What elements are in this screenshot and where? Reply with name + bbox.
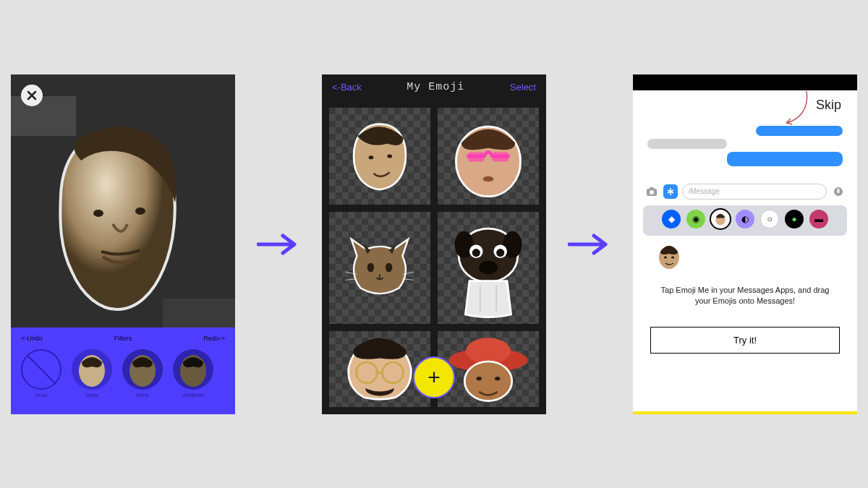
svg-rect-11 [468,152,484,161]
screen-instructions: Skip iMessage ◆ ◉ ◐ ○ ● ▬ Tap Emoj [633,74,857,414]
app-dropbox-icon[interactable]: ◆ [662,210,681,228]
filter-thumbnails [17,349,229,390]
try-button[interactable]: Try it! [650,327,840,354]
undo-button[interactable]: <-Undo [21,335,43,342]
svg-point-38 [664,256,667,258]
svg-point-15 [386,263,392,273]
svg-point-27 [466,338,511,364]
bubble-out-2 [727,152,843,166]
svg-point-29 [477,377,482,380]
instruction-text: Tap Emoji Me in your Messages Apps, and … [633,270,857,307]
gallery-topbar: <-Back My Emoji Select [322,74,546,100]
chat-preview [633,116,857,176]
svg-point-1 [135,207,145,215]
svg-point-23 [479,261,498,275]
filter-none[interactable] [21,349,61,390]
face-cutout-svg [32,116,205,318]
svg-point-22 [496,249,504,257]
svg-point-9 [387,154,392,158]
svg-point-8 [369,155,374,159]
emoji-cell-baby[interactable] [438,108,539,205]
add-emoji-button[interactable]: + [413,356,455,398]
curved-arrow-icon [778,87,814,130]
cutout-face[interactable] [32,116,205,318]
skip-button[interactable]: Skip [633,90,857,116]
svg-point-14 [367,263,374,273]
emoji-cell-pug[interactable] [438,212,539,324]
emoji-cell-man[interactable] [329,108,430,205]
status-bar [633,74,857,90]
back-button[interactable]: <-Back [332,82,362,93]
yellow-footer [633,411,857,414]
gallery-title: My Emoji [407,81,464,93]
arrow-right-icon [568,230,611,259]
select-button[interactable]: Select [510,82,536,93]
camera-icon[interactable] [644,184,659,199]
svg-point-21 [472,249,480,257]
app-green-icon[interactable]: ◉ [686,210,705,228]
arrow-right-icon [257,230,300,259]
plus-icon: + [427,365,441,390]
redo-button[interactable]: Redo-> [203,335,225,342]
svg-point-13 [483,176,494,181]
screen-editor: <-Undo Filters Redo-> None Sepia Mono Un… [11,74,235,414]
svg-point-32 [650,190,654,194]
dragged-sticker[interactable] [655,241,684,270]
svg-rect-12 [493,152,509,161]
svg-rect-33 [650,187,654,189]
flow-arrow-1 [257,230,300,259]
svg-point-0 [93,210,103,217]
filter-unfiltered[interactable] [173,349,213,390]
app-pink-icon[interactable]: ▬ [809,210,828,228]
emoji-cell-cat[interactable] [329,212,430,324]
app-emojime-icon[interactable] [711,210,730,228]
app-white-icon[interactable]: ○ [760,210,779,228]
svg-point-30 [495,377,500,380]
svg-point-39 [671,256,674,258]
svg-rect-35 [838,189,840,193]
bubble-in-1 [647,139,727,149]
app-drawer: ◆ ◉ ◐ ○ ● ▬ [643,205,847,236]
message-input[interactable]: iMessage [682,184,827,200]
screen-gallery: <-Back My Emoji Select + [322,74,546,414]
app-purple-icon[interactable]: ◐ [736,210,754,228]
mic-icon[interactable] [831,184,846,199]
filter-labels: None Sepia Mono Unfiltered [17,390,229,398]
app-spotify-icon[interactable]: ● [785,210,804,228]
filter-mono[interactable] [122,349,163,390]
filter-panel: <-Undo Filters Redo-> None Sepia Mono Un… [11,328,235,414]
flow-arrow-2 [568,230,611,259]
appstore-icon[interactable] [663,184,678,199]
filters-label: Filters [114,335,132,342]
close-button[interactable] [21,85,43,106]
filter-sepia[interactable] [72,349,112,390]
message-input-bar: iMessage [633,181,857,202]
close-icon [27,90,37,100]
